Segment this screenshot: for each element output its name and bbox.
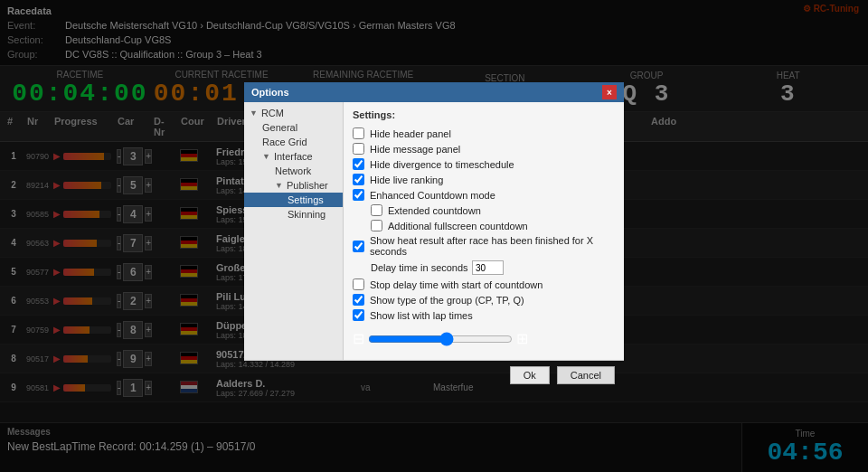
options-modal: Options × ▼ RCM General Race Grid bbox=[244, 82, 624, 390]
tree-item-interface[interactable]: ▼ Interface bbox=[244, 149, 343, 164]
modal-sidebar: ▼ RCM General Race Grid ▼ Interface bbox=[244, 102, 344, 360]
checkbox-show-result: Show heat result after race has been fin… bbox=[353, 235, 615, 257]
checkbox-hide-ranking: Hide live ranking bbox=[353, 174, 615, 185]
checkbox-hide-divergence-input[interactable] bbox=[353, 158, 364, 170]
checkbox-hide-header-input[interactable] bbox=[353, 127, 364, 139]
modal-settings-content: Settings: Hide header panel Hide message… bbox=[344, 102, 624, 360]
checkbox-enhanced-input[interactable] bbox=[353, 189, 364, 201]
checkbox-extended-label: Extended countdown bbox=[388, 205, 481, 216]
modal-title-bar: Options × bbox=[244, 82, 624, 102]
tree-racegrid-label: Race Grid bbox=[262, 137, 307, 147]
modal-overlay: Options × ▼ RCM General Race Grid bbox=[0, 0, 868, 472]
delay-row: Delay time in seconds bbox=[353, 260, 615, 275]
checkbox-show-type-input[interactable] bbox=[353, 294, 364, 306]
checkbox-hide-message: Hide message panel bbox=[353, 143, 615, 155]
checkbox-hide-message-label: Hide message panel bbox=[370, 144, 460, 155]
modal-title: Options bbox=[251, 87, 289, 98]
modal-buttons: Ok Cancel bbox=[244, 360, 624, 390]
ok-button[interactable]: Ok bbox=[510, 366, 550, 384]
brightness-slider[interactable] bbox=[368, 332, 513, 346]
tree-settings-label: Settings bbox=[288, 194, 324, 205]
cancel-button[interactable]: Cancel bbox=[557, 366, 615, 384]
tree-item-settings[interactable]: Settings bbox=[244, 193, 343, 207]
delay-input[interactable] bbox=[472, 260, 504, 275]
tree-interface-label: Interface bbox=[274, 151, 313, 162]
checkbox-show-list: Show list with lap times bbox=[353, 309, 615, 321]
settings-title: Settings: bbox=[353, 109, 615, 120]
modal-close-button[interactable]: × bbox=[602, 85, 617, 99]
checkbox-hide-header: Hide header panel bbox=[353, 127, 615, 139]
checkbox-additional-countdown: Additional fullscreen countdown bbox=[353, 220, 615, 231]
tree-publisher-label: Publisher bbox=[287, 180, 328, 191]
checkbox-show-type-label: Show type of the group (CP, TP, Q) bbox=[370, 295, 524, 306]
checkbox-show-list-input[interactable] bbox=[353, 309, 364, 321]
arrow-publisher: ▼ bbox=[275, 181, 283, 190]
checkbox-show-result-input[interactable] bbox=[353, 241, 364, 252]
checkbox-extended-input[interactable] bbox=[371, 204, 382, 216]
checkbox-extended-countdown: Extended countdown bbox=[353, 204, 615, 216]
arrow-rcm: ▼ bbox=[250, 109, 258, 118]
tree-item-rcm[interactable]: ▼ RCM bbox=[244, 106, 343, 120]
checkbox-show-result-label: Show heat result after race has been fin… bbox=[370, 235, 615, 257]
tree-item-general[interactable]: General bbox=[244, 120, 343, 135]
tree-skinning-label: Skinning bbox=[288, 209, 326, 220]
tree-item-publisher[interactable]: ▼ Publisher bbox=[244, 178, 343, 193]
tree-network-label: Network bbox=[275, 165, 311, 176]
checkbox-hide-divergence-label: Hide divergence to timeschedule bbox=[370, 159, 514, 170]
checkbox-additional-input[interactable] bbox=[371, 220, 382, 231]
slider-min-icon: ⊟ bbox=[353, 330, 364, 347]
checkbox-show-list-label: Show list with lap times bbox=[370, 310, 473, 321]
tree-rcm-label: RCM bbox=[261, 108, 284, 118]
delay-label: Delay time in seconds bbox=[371, 262, 468, 273]
checkbox-hide-divergence: Hide divergence to timeschedule bbox=[353, 158, 615, 170]
checkbox-stop-delay: Stop delay time with start of countdown bbox=[353, 278, 615, 290]
tree-general-label: General bbox=[262, 122, 297, 133]
tree-item-racegrid[interactable]: Race Grid bbox=[244, 135, 343, 149]
checkbox-hide-message-input[interactable] bbox=[353, 143, 364, 155]
checkbox-additional-label: Additional fullscreen countdown bbox=[388, 221, 528, 231]
modal-inner: ▼ RCM General Race Grid ▼ Interface bbox=[244, 82, 624, 360]
arrow-interface: ▼ bbox=[262, 152, 270, 161]
checkbox-hide-ranking-label: Hide live ranking bbox=[370, 175, 443, 185]
checkbox-stop-delay-label: Stop delay time with start of countdown bbox=[370, 279, 542, 290]
checkbox-show-type: Show type of the group (CP, TP, Q) bbox=[353, 294, 615, 306]
checkbox-hide-header-label: Hide header panel bbox=[370, 128, 451, 139]
checkbox-stop-delay-input[interactable] bbox=[353, 278, 364, 290]
tree-item-network[interactable]: Network bbox=[244, 164, 343, 178]
checkbox-hide-ranking-input[interactable] bbox=[353, 174, 364, 185]
checkbox-enhanced-label: Enhanced Countdown mode bbox=[370, 190, 495, 201]
slider-max-icon: ⊞ bbox=[516, 330, 528, 347]
checkbox-enhanced-countdown: Enhanced Countdown mode bbox=[353, 189, 615, 201]
slider-container: ⊟ ⊞ bbox=[353, 325, 615, 353]
tree-item-skinning[interactable]: Skinning bbox=[244, 207, 343, 222]
